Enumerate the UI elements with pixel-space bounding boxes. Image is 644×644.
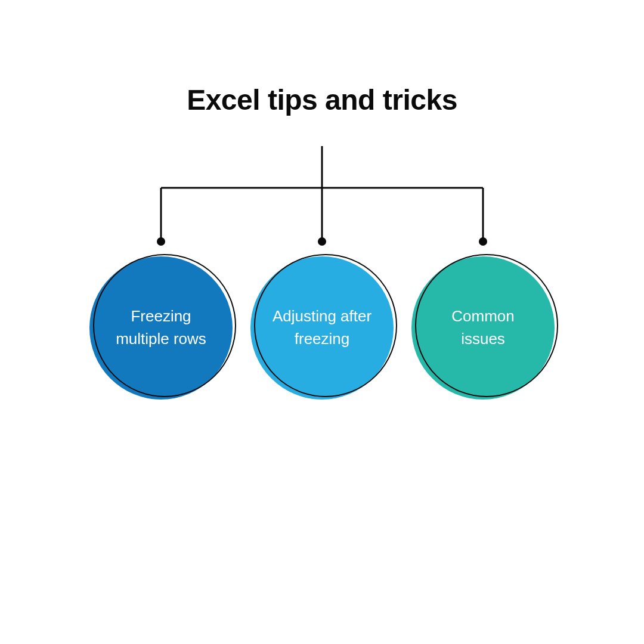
diagram-title: Excel tips and tricks (0, 83, 644, 116)
nodes-container: Freezing multiple rows Adjusting after f… (0, 256, 644, 400)
node-common-issues: Common issues (411, 256, 555, 400)
svg-point-7 (479, 237, 487, 246)
node-freezing-multiple-rows: Freezing multiple rows (89, 256, 233, 400)
node-label: Freezing multiple rows (89, 256, 233, 400)
node-adjusting-after-freezing: Adjusting after freezing (250, 256, 394, 400)
node-label: Adjusting after freezing (250, 256, 394, 400)
svg-point-5 (318, 237, 326, 246)
connector-lines (0, 146, 644, 265)
node-label: Common issues (411, 256, 555, 400)
svg-point-3 (157, 237, 165, 246)
